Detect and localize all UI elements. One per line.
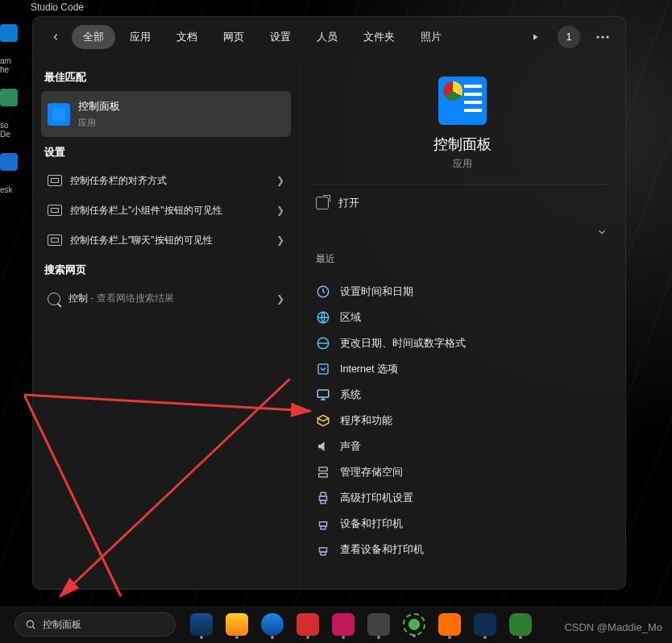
svg-rect-7 — [317, 390, 329, 397]
chevron-right-icon: ❯ — [276, 234, 284, 246]
tab-web[interactable]: 网页 — [212, 25, 255, 49]
taskbar-app[interactable] — [297, 613, 319, 636]
notification-badge[interactable]: 1 — [558, 26, 580, 48]
desktop-shortcuts: amhe soDe esk — [0, 24, 18, 194]
taskbar-photoshop[interactable] — [474, 613, 496, 636]
best-match-sub: 应用 — [78, 117, 120, 129]
search-value: 控制面板 — [43, 618, 81, 632]
web-result[interactable]: 控制 - 查看网络搜索结果 ❯ — [41, 284, 291, 313]
taskbar-app[interactable] — [332, 613, 355, 636]
svg-rect-11 — [321, 492, 326, 496]
svg-rect-10 — [320, 496, 327, 500]
best-match-result[interactable]: 控制面板 应用 — [41, 91, 291, 137]
chevron-right-icon: ❯ — [276, 175, 284, 186]
best-match-heading: 最佳匹配 — [44, 70, 288, 85]
taskbar-explorer[interactable] — [226, 613, 248, 636]
chevron-right-icon: ❯ — [276, 205, 284, 216]
desktop-icon[interactable] — [0, 24, 18, 42]
taskbar-edge[interactable] — [261, 613, 284, 636]
search-panel: 全部 应用 文档 网页 设置 人员 文件夹 照片 1 最佳匹配 控制面板 — [32, 16, 626, 590]
more-icon[interactable] — [591, 26, 614, 48]
search-icon — [48, 292, 60, 305]
watermark: CSDN @Maddie_Mo — [564, 621, 662, 633]
printer-icon — [316, 542, 330, 557]
expand-toggle[interactable] — [314, 222, 611, 239]
setting-icon — [48, 175, 62, 186]
svg-point-0 — [596, 35, 599, 38]
taskbar-search[interactable]: 控制面板 — [15, 612, 176, 637]
recent-item[interactable]: 高级打印机设置 — [314, 485, 611, 511]
open-icon — [316, 197, 329, 209]
taskbar-app[interactable] — [190, 613, 213, 636]
open-button[interactable]: 打开 — [314, 185, 611, 222]
svg-point-20 — [27, 620, 33, 627]
settings-heading: 设置 — [44, 145, 288, 160]
best-match-title: 控制面板 — [78, 99, 120, 114]
recent-item[interactable]: 声音 — [314, 434, 611, 459]
svg-point-1 — [601, 35, 604, 38]
internet-icon — [316, 362, 330, 376]
recent-item[interactable]: 设备和打印机 — [314, 511, 611, 537]
recent-item[interactable]: 程序和功能 — [314, 408, 611, 434]
tab-people[interactable]: 人员 — [305, 25, 349, 49]
box-icon — [316, 413, 330, 428]
recent-item[interactable]: Internet 选项 — [314, 356, 611, 382]
svg-point-2 — [606, 35, 608, 38]
setting-item[interactable]: 控制任务栏的对齐方式 ❯ — [41, 166, 291, 196]
taskbar-app[interactable] — [403, 613, 425, 636]
recent-item[interactable]: 设置时间和日期 — [314, 279, 611, 305]
svg-rect-15 — [320, 548, 327, 552]
taskbar-app[interactable] — [367, 613, 390, 636]
svg-rect-12 — [321, 500, 326, 504]
svg-rect-9 — [319, 474, 328, 478]
back-button[interactable] — [44, 26, 67, 48]
tab-folders[interactable]: 文件夹 — [352, 25, 406, 49]
svg-rect-13 — [320, 522, 327, 526]
play-icon[interactable] — [524, 26, 546, 48]
control-panel-large-icon — [438, 77, 487, 125]
storage-icon — [316, 465, 330, 479]
svg-rect-8 — [319, 467, 328, 471]
tab-photos[interactable]: 照片 — [409, 25, 453, 49]
printer-icon — [316, 491, 330, 505]
preview-sub: 应用 — [453, 157, 472, 171]
tab-settings[interactable]: 设置 — [259, 25, 302, 49]
speaker-icon — [316, 439, 330, 454]
recent-item[interactable]: 系统 — [314, 382, 611, 408]
taskbar-wechat[interactable] — [509, 613, 532, 636]
recent-item[interactable]: 管理存储空间 — [314, 459, 611, 485]
globe-icon — [316, 336, 330, 351]
setting-icon — [48, 205, 62, 216]
recent-list: 设置时间和日期 区域 更改日期、时间或数字格式 Internet 选项 系统 程… — [314, 279, 611, 562]
tab-docs[interactable]: 文档 — [165, 25, 209, 49]
globe-icon — [316, 310, 330, 325]
svg-rect-6 — [318, 364, 328, 374]
setting-icon — [48, 234, 62, 246]
recent-heading: 最近 — [316, 252, 609, 266]
recent-item[interactable]: 更改日期、时间或数字格式 — [314, 330, 611, 356]
monitor-icon — [316, 388, 330, 402]
desktop-icon[interactable] — [0, 89, 18, 106]
tab-all[interactable]: 全部 — [72, 25, 115, 49]
svg-rect-16 — [321, 552, 326, 555]
chevron-right-icon: ❯ — [276, 293, 284, 305]
svg-rect-14 — [321, 526, 326, 529]
taskbar-app[interactable] — [438, 613, 461, 636]
setting-item[interactable]: 控制任务栏上"小组件"按钮的可见性 ❯ — [41, 196, 291, 226]
tab-apps[interactable]: 应用 — [118, 25, 162, 49]
setting-item[interactable]: 控制任务栏上"聊天"按钮的可见性 ❯ — [41, 226, 291, 255]
filter-tabs: 全部 应用 文档 网页 设置 人员 文件夹 照片 — [72, 25, 519, 49]
web-heading: 搜索网页 — [44, 263, 288, 277]
recent-item[interactable]: 查看设备和打印机 — [314, 537, 611, 562]
control-panel-icon — [48, 103, 70, 126]
studio-code-shortcut: Studio Code — [31, 2, 84, 13]
desktop-icon[interactable] — [0, 153, 18, 171]
recent-item[interactable]: 区域 — [314, 305, 611, 330]
clock-icon — [316, 284, 330, 299]
printer-icon — [316, 516, 330, 531]
preview-title: 控制面板 — [433, 135, 492, 154]
